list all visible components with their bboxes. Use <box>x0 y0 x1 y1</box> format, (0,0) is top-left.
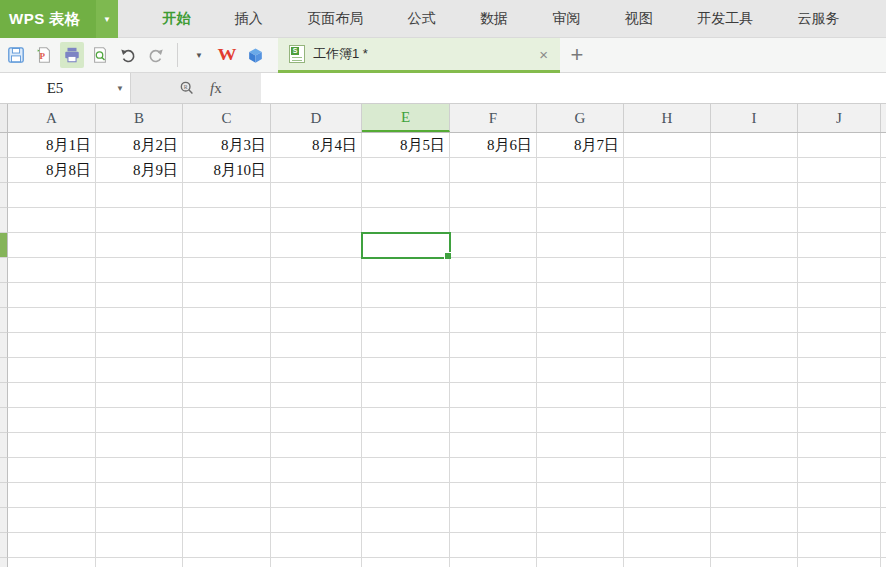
cell-J15[interactable] <box>798 483 881 508</box>
col-header-b[interactable]: B <box>96 104 183 132</box>
cell-C5[interactable] <box>183 233 271 258</box>
cell-D1[interactable]: 8月4日 <box>271 133 362 158</box>
cell-G9[interactable] <box>537 333 624 358</box>
cell-J11[interactable] <box>798 383 881 408</box>
row-header-6[interactable] <box>0 258 8 283</box>
cell-I1[interactable] <box>711 133 798 158</box>
print-button[interactable] <box>60 42 84 68</box>
row-header-5[interactable] <box>0 233 8 258</box>
cell-E10[interactable] <box>362 358 450 383</box>
row-header-14[interactable] <box>0 458 8 483</box>
cell-J7[interactable] <box>798 283 881 308</box>
chevron-down-icon[interactable]: ▼ <box>96 0 118 38</box>
cell-A17[interactable] <box>8 533 96 558</box>
cell-E13[interactable] <box>362 433 450 458</box>
tab-formulas[interactable]: 公式 <box>408 10 436 28</box>
cell-G4[interactable] <box>537 208 624 233</box>
cell-A18[interactable] <box>8 558 96 567</box>
cell-D17[interactable] <box>271 533 362 558</box>
document-tab[interactable]: S 工作簿1 * × <box>278 38 560 73</box>
cell-I18[interactable] <box>711 558 798 567</box>
cell-F3[interactable] <box>450 183 537 208</box>
cell-E4[interactable] <box>362 208 450 233</box>
cell-G15[interactable] <box>537 483 624 508</box>
cell-H16[interactable] <box>624 508 711 533</box>
cell-D9[interactable] <box>271 333 362 358</box>
cell-H1[interactable] <box>624 133 711 158</box>
cell-I4[interactable] <box>711 208 798 233</box>
col-header-g[interactable]: G <box>537 104 624 132</box>
cell-I8[interactable] <box>711 308 798 333</box>
cell-A11[interactable] <box>8 383 96 408</box>
undo-button[interactable] <box>116 42 140 68</box>
cell-H17[interactable] <box>624 533 711 558</box>
cell-I7[interactable] <box>711 283 798 308</box>
cell-J9[interactable] <box>798 333 881 358</box>
col-header-f[interactable]: F <box>450 104 537 132</box>
cell-F10[interactable] <box>450 358 537 383</box>
new-tab-button[interactable]: + <box>560 38 594 72</box>
cell-A16[interactable] <box>8 508 96 533</box>
row-header-15[interactable] <box>0 483 8 508</box>
cell-E1[interactable]: 8月5日 <box>362 133 450 158</box>
cell-G18[interactable] <box>537 558 624 567</box>
cell-B2[interactable]: 8月9日 <box>96 158 183 183</box>
row-header-8[interactable] <box>0 308 8 333</box>
cell-H7[interactable] <box>624 283 711 308</box>
cell-H11[interactable] <box>624 383 711 408</box>
tab-insert[interactable]: 插入 <box>235 10 263 28</box>
cell-G11[interactable] <box>537 383 624 408</box>
cell-C11[interactable] <box>183 383 271 408</box>
cell-J2[interactable] <box>798 158 881 183</box>
col-header-j[interactable]: J <box>798 104 881 132</box>
cell-A14[interactable] <box>8 458 96 483</box>
cell-I11[interactable] <box>711 383 798 408</box>
cell-B15[interactable] <box>96 483 183 508</box>
cell-A2[interactable]: 8月8日 <box>8 158 96 183</box>
cell-C1[interactable]: 8月3日 <box>183 133 271 158</box>
cell-E16[interactable] <box>362 508 450 533</box>
cell-G16[interactable] <box>537 508 624 533</box>
cell-F16[interactable] <box>450 508 537 533</box>
row-header-9[interactable] <box>0 333 8 358</box>
save-button[interactable] <box>4 42 28 68</box>
cell-C7[interactable] <box>183 283 271 308</box>
cell-B16[interactable] <box>96 508 183 533</box>
cell-A12[interactable] <box>8 408 96 433</box>
cell-D11[interactable] <box>271 383 362 408</box>
cell-I9[interactable] <box>711 333 798 358</box>
cell-B13[interactable] <box>96 433 183 458</box>
cell-E2[interactable] <box>362 158 450 183</box>
cell-H15[interactable] <box>624 483 711 508</box>
cell-G14[interactable] <box>537 458 624 483</box>
cell-C3[interactable] <box>183 183 271 208</box>
cell-J16[interactable] <box>798 508 881 533</box>
row-header-18[interactable] <box>0 558 8 567</box>
cell-C16[interactable] <box>183 508 271 533</box>
cell-D8[interactable] <box>271 308 362 333</box>
cell-C18[interactable] <box>183 558 271 567</box>
cell-F8[interactable] <box>450 308 537 333</box>
cell-F1[interactable]: 8月6日 <box>450 133 537 158</box>
col-header-a[interactable]: A <box>8 104 96 132</box>
cell-J4[interactable] <box>798 208 881 233</box>
cell-D3[interactable] <box>271 183 362 208</box>
cell-E8[interactable] <box>362 308 450 333</box>
cell-D10[interactable] <box>271 358 362 383</box>
cell-I6[interactable] <box>711 258 798 283</box>
cell-E12[interactable] <box>362 408 450 433</box>
cell-A15[interactable] <box>8 483 96 508</box>
app-menu-button[interactable]: WPS 表格 ▼ <box>0 0 118 38</box>
cell-I3[interactable] <box>711 183 798 208</box>
cell-B9[interactable] <box>96 333 183 358</box>
cell-A4[interactable] <box>8 208 96 233</box>
fill-handle[interactable] <box>444 252 451 259</box>
close-icon[interactable]: × <box>539 46 548 63</box>
name-box[interactable]: E5 ▼ <box>0 73 131 103</box>
cell-H4[interactable] <box>624 208 711 233</box>
cell-J8[interactable] <box>798 308 881 333</box>
cell-A7[interactable] <box>8 283 96 308</box>
cell-F7[interactable] <box>450 283 537 308</box>
tab-dev-tools[interactable]: 开发工具 <box>697 10 753 28</box>
cell-D15[interactable] <box>271 483 362 508</box>
